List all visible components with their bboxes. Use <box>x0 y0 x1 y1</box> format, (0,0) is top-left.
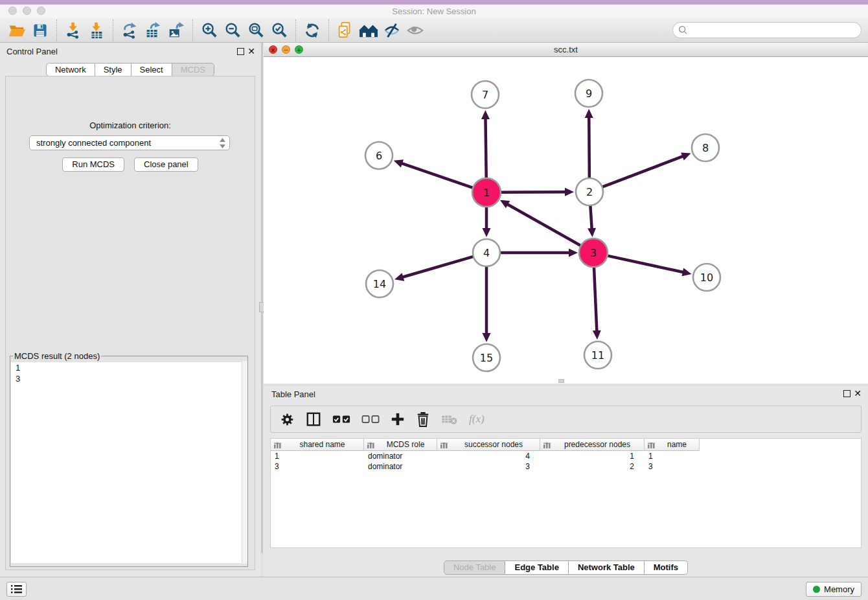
function-builder-icon[interactable]: f(x) <box>469 413 485 426</box>
graph-node-label-8: 8 <box>702 142 709 154</box>
cell-MCDS-role[interactable]: dominator <box>364 461 437 472</box>
canvas-scroll-handle[interactable] <box>558 379 564 383</box>
mcds-panel: Optimization criterion: strongly connect… <box>5 76 255 570</box>
mcds-result-group: MCDS result (2 nodes) 13 <box>10 351 248 567</box>
export-table-icon[interactable] <box>141 19 165 41</box>
cell-name[interactable]: 3 <box>645 461 700 472</box>
graph-edge-1-2 <box>501 192 567 192</box>
import-network-icon[interactable] <box>62 19 85 41</box>
table-row[interactable]: 1dominator411 <box>271 451 861 461</box>
import-table-icon[interactable] <box>85 19 108 41</box>
column-header-predecessor-nodes[interactable]: predecessor nodes <box>540 439 645 451</box>
optimization-criterion-select[interactable]: strongly connected component <box>29 135 230 150</box>
close-panel-button[interactable]: Close panel <box>134 157 198 172</box>
tab-edge-table[interactable]: Edge Table <box>505 560 568 575</box>
memory-label: Memory <box>824 584 854 594</box>
graph-node-label-1: 1 <box>483 187 490 199</box>
node-table[interactable]: shared nameMCDS rolesuccessor nodesprede… <box>270 438 862 548</box>
tab-select[interactable]: Select <box>131 63 172 76</box>
graph-node-label-6: 6 <box>376 150 382 162</box>
zoom-out-icon[interactable] <box>221 19 244 41</box>
cytoscape-app: Session: New Session Control Panel <box>0 0 868 600</box>
settings-icon[interactable] <box>280 412 295 427</box>
float-panel-icon[interactable] <box>237 48 244 55</box>
search-icon <box>678 25 688 35</box>
column-sort-icon <box>367 441 374 448</box>
cell-predecessor-nodes[interactable]: 1 <box>540 451 645 461</box>
close-panel-icon[interactable]: ✕ <box>247 48 255 55</box>
tab-style[interactable]: Style <box>95 63 131 76</box>
cell-name[interactable]: 1 <box>645 451 700 461</box>
memory-status-icon <box>813 586 820 593</box>
cell-MCDS-role[interactable]: dominator <box>364 451 437 461</box>
column-header-name[interactable]: name <box>645 439 700 451</box>
graph-arrowhead-3-11 <box>593 330 601 340</box>
mcds-result-legend: MCDS result (2 nodes) <box>13 351 101 361</box>
tab-network[interactable]: Network <box>46 63 95 76</box>
zoom-selected-icon[interactable] <box>268 19 291 41</box>
cell-shared-name[interactable]: 1 <box>271 451 364 461</box>
delete-table-icon[interactable] <box>441 413 458 425</box>
deselect-all-icon[interactable] <box>361 415 380 424</box>
search-box <box>672 22 862 38</box>
optimization-criterion-label: Optimization criterion: <box>6 121 255 130</box>
network-canvas[interactable]: 1234678910111415 <box>264 57 868 384</box>
table-toolbar: f(x) <box>270 406 862 433</box>
export-network-icon[interactable] <box>118 19 141 41</box>
graph-arrowhead-1-2 <box>565 188 574 196</box>
graph-edge-3-11 <box>594 267 597 332</box>
open-session-icon[interactable] <box>5 19 29 41</box>
hide-selected-icon[interactable] <box>380 19 404 41</box>
control-panel-title: Control Panel <box>6 47 58 56</box>
graph-edge-1-7 <box>485 117 486 178</box>
graph-edge-3-1 <box>506 203 580 246</box>
table-close-icon[interactable]: ✕ <box>854 390 862 397</box>
table-float-icon[interactable] <box>843 390 851 397</box>
cell-predecessor-nodes[interactable]: 2 <box>540 461 645 472</box>
cell-successor-nodes[interactable]: 4 <box>437 451 540 461</box>
graph-arrowhead-4-14 <box>394 273 404 281</box>
add-column-icon[interactable] <box>391 412 405 426</box>
search-input[interactable] <box>691 24 861 37</box>
cell-successor-nodes[interactable]: 3 <box>437 461 540 472</box>
save-session-icon[interactable] <box>29 19 52 41</box>
graph-node-label-2: 2 <box>586 186 593 198</box>
table-panel-title: Table Panel <box>271 389 315 399</box>
session-title: Session: New Session <box>0 5 868 18</box>
memory-button[interactable]: Memory <box>806 582 862 597</box>
delete-column-icon[interactable] <box>416 411 430 427</box>
column-header-successor-nodes[interactable]: successor nodes <box>437 439 540 451</box>
column-header-MCDS-role[interactable]: MCDS role <box>364 439 437 451</box>
select-all-icon[interactable] <box>332 415 350 424</box>
export-image-icon[interactable] <box>165 19 188 41</box>
tab-mcds[interactable]: MCDS <box>172 63 214 76</box>
task-list-icon <box>11 585 22 594</box>
toggle-panes-icon[interactable] <box>306 411 321 427</box>
table-header-row: shared nameMCDS rolesuccessor nodesprede… <box>271 439 861 451</box>
network-titlebar[interactable]: x − + scc.txt <box>264 43 868 57</box>
apply-layout-icon[interactable] <box>301 19 324 41</box>
clone-network-icon[interactable] <box>334 19 357 41</box>
zoom-fit-icon[interactable] <box>244 19 268 41</box>
show-all-icon[interactable] <box>404 19 427 41</box>
task-history-button[interactable] <box>6 582 27 597</box>
cell-shared-name[interactable]: 3 <box>271 461 364 472</box>
mcds-result-text[interactable]: 13 <box>11 362 247 563</box>
column-header-shared-name[interactable]: shared name <box>271 439 364 451</box>
run-mcds-button[interactable]: Run MCDS <box>62 157 124 172</box>
column-sort-icon <box>648 441 655 448</box>
first-neighbors-icon[interactable] <box>357 19 380 41</box>
zoom-in-icon[interactable] <box>198 19 221 41</box>
result-scrollbar[interactable] <box>242 361 247 564</box>
tab-motifs[interactable]: Motifs <box>645 560 688 575</box>
graph-node-label-15: 15 <box>480 352 493 364</box>
column-sort-icon <box>440 441 448 448</box>
tab-node-table[interactable]: Node Table <box>444 560 506 575</box>
table-tabs: Node TableEdge TableNetwork TableMotifs <box>264 560 868 575</box>
tab-network-table[interactable]: Network Table <box>569 560 645 575</box>
result-line: 3 <box>11 373 247 384</box>
graph-edge-4-14 <box>402 257 474 277</box>
window-accent-strip <box>0 0 868 5</box>
network-window: x − + scc.txt 1234678910111415 <box>264 43 868 384</box>
table-row[interactable]: 3dominator323 <box>271 461 861 472</box>
